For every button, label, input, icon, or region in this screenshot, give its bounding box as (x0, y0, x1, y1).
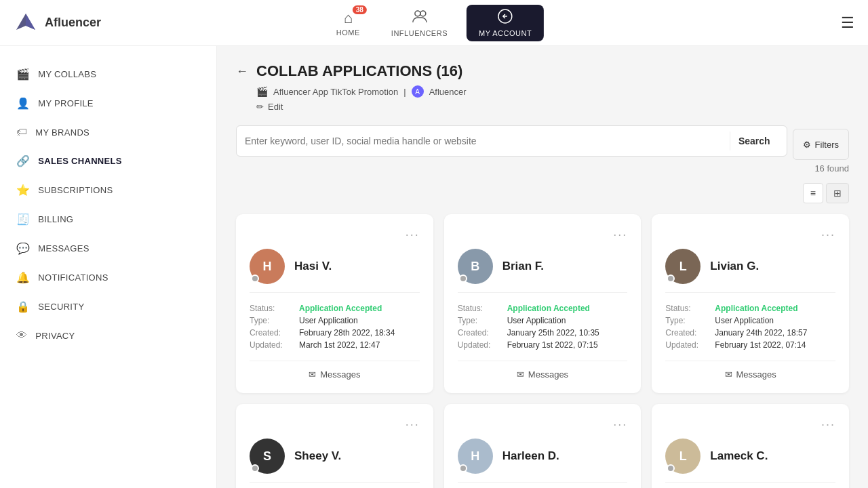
card-header: ··· (458, 228, 628, 242)
main-layout: 🎬 MY COLLABS 👤 MY PROFILE 🏷 MY BRANDS 🔗 … (0, 46, 868, 488)
results-count: 16 found (236, 163, 849, 174)
cards-grid: ··· H Hasi V. Status: Application Accept… (236, 214, 849, 488)
search-button[interactable]: Search (730, 131, 778, 150)
card-profile: H Hasi V. (250, 249, 420, 293)
filter-button[interactable]: ⚙ Filters (793, 129, 849, 160)
filter-icon: ⚙ (803, 140, 811, 150)
sidebar-item-sales-channels[interactable]: 🔗 SALES CHANNELS (0, 146, 216, 176)
created-value: January 24th 2022, 18:57 (715, 328, 807, 338)
nav-center: 38 ⌂ HOME INFLUENCERS MY A (324, 5, 544, 41)
list-view-button[interactable]: ≡ (803, 183, 823, 203)
status-label: Status: (665, 304, 709, 313)
avatar-status (251, 274, 259, 283)
home-icon: ⌂ (344, 9, 353, 27)
messages-label: Messages (528, 369, 568, 380)
my-profile-icon: 👤 (16, 97, 30, 110)
type-field: Type: User Application (250, 316, 420, 325)
sidebar-item-my-collabs[interactable]: 🎬 MY COLLABS (0, 60, 216, 89)
applicant-name: Sheey V. (294, 449, 341, 463)
card-menu-button[interactable]: ··· (613, 228, 627, 242)
nav-home-label: HOME (336, 28, 360, 37)
card-menu-button[interactable]: ··· (613, 418, 627, 432)
card-menu-button[interactable]: ··· (821, 228, 835, 242)
card-footer: ✉ Messages (250, 361, 420, 380)
search-input[interactable] (245, 136, 730, 146)
sidebar-label-my-collabs: MY COLLABS (38, 69, 96, 79)
card-profile: B Brian F. (458, 249, 628, 293)
card-footer: ✉ Messages (458, 361, 628, 380)
notifications-icon: 🔔 (16, 271, 30, 284)
messages-button[interactable]: ✉ Messages (517, 369, 568, 380)
updated-value: March 1st 2022, 12:47 (299, 340, 380, 350)
card-menu-button[interactable]: ··· (406, 228, 420, 242)
sidebar-item-my-profile[interactable]: 👤 MY PROFILE (0, 89, 216, 118)
messages-label: Messages (320, 369, 360, 380)
page-title: COLLAB APPLICATIONS (16) (256, 62, 462, 80)
messages-button[interactable]: ✉ Messages (725, 369, 776, 380)
sidebar-item-notifications[interactable]: 🔔 NOTIFICATIONS (0, 263, 216, 292)
messages-icon: ✉ (517, 369, 524, 380)
security-icon: 🔒 (16, 300, 30, 313)
sidebar-label-my-profile: MY PROFILE (38, 98, 94, 108)
sidebar-item-privacy[interactable]: 👁 PRIVACY (0, 321, 216, 350)
edit-label: Edit (268, 102, 283, 112)
applicant-name: Livian G. (710, 260, 759, 273)
type-value: User Application (715, 316, 774, 325)
grid-view-button[interactable]: ⊞ (826, 183, 849, 203)
status-value: Application Accepted (507, 304, 590, 313)
card-header: ··· (665, 228, 835, 242)
created-value: February 28th 2022, 18:34 (299, 328, 395, 338)
sidebar-item-security[interactable]: 🔒 SECURITY (0, 292, 216, 321)
collab-owner-icon: A (412, 85, 424, 98)
created-label: Created: (250, 328, 294, 338)
top-nav: Afluencer 38 ⌂ HOME INFLUENCERS (0, 0, 868, 46)
messages-label: Messages (736, 369, 776, 380)
nav-influencers[interactable]: INFLUENCERS (379, 5, 460, 41)
applicant-card: ··· S Sheey V. Status: Application Decli… (236, 404, 433, 488)
avatar-status (459, 464, 467, 472)
type-value: User Application (507, 316, 566, 325)
applicant-card: ··· H Hasi V. Status: Application Accept… (236, 214, 433, 393)
card-menu-button[interactable]: ··· (821, 418, 835, 432)
created-field: Created: January 24th 2022, 18:57 (665, 328, 835, 338)
avatar-wrap: S (250, 439, 285, 474)
type-label: Type: (250, 316, 294, 325)
sidebar-label-notifications: NOTIFICATIONS (38, 272, 108, 283)
status-label: Status: (458, 304, 502, 313)
sidebar-label-my-brands: MY BRANDS (35, 127, 90, 138)
card-fields: Status: Application Accepted Type: User … (665, 304, 835, 350)
logo-text: Afluencer (45, 16, 101, 30)
card-header: ··· (250, 228, 420, 242)
logo[interactable]: Afluencer (14, 11, 101, 35)
collab-name: Afluencer App TikTok Promotion (273, 87, 398, 97)
subscriptions-icon: ⭐ (16, 184, 30, 197)
my-account-icon (498, 9, 513, 28)
meta-separator: | (403, 87, 406, 97)
sales-channels-icon: 🔗 (16, 155, 30, 167)
card-header: ··· (250, 418, 420, 432)
nav-home[interactable]: 38 ⌂ HOME (324, 5, 372, 41)
svg-point-3 (420, 11, 425, 16)
avatar-status (459, 274, 467, 283)
edit-link[interactable]: ✏ Edit (256, 102, 849, 112)
sidebar-item-messages[interactable]: 💬 MESSAGES (0, 234, 216, 263)
nav-my-account-label: MY ACCOUNT (479, 29, 532, 37)
nav-my-account[interactable]: MY ACCOUNT (467, 5, 544, 41)
card-profile: H Harleen D. (458, 439, 628, 483)
avatar-wrap: L (665, 249, 701, 284)
sidebar-item-my-brands[interactable]: 🏷 MY BRANDS (0, 118, 216, 146)
card-menu-button[interactable]: ··· (406, 418, 420, 432)
messages-button[interactable]: ✉ Messages (309, 369, 360, 380)
created-field: Created: February 28th 2022, 18:34 (250, 328, 420, 338)
created-value: January 25th 2022, 10:35 (507, 328, 599, 338)
created-field: Created: January 25th 2022, 10:35 (458, 328, 628, 338)
status-field: Status: Application Accepted (665, 304, 835, 313)
avatar-wrap: H (458, 439, 493, 474)
sidebar-label-subscriptions: SUBSCRIPTIONS (38, 185, 113, 195)
created-label: Created: (458, 328, 502, 338)
sidebar-item-billing[interactable]: 🧾 BILLING (0, 205, 216, 234)
privacy-icon: 👁 (16, 329, 27, 342)
sidebar-item-subscriptions[interactable]: ⭐ SUBSCRIPTIONS (0, 176, 216, 205)
back-button[interactable]: ← (236, 64, 248, 79)
hamburger-icon[interactable]: ☰ (841, 14, 854, 32)
